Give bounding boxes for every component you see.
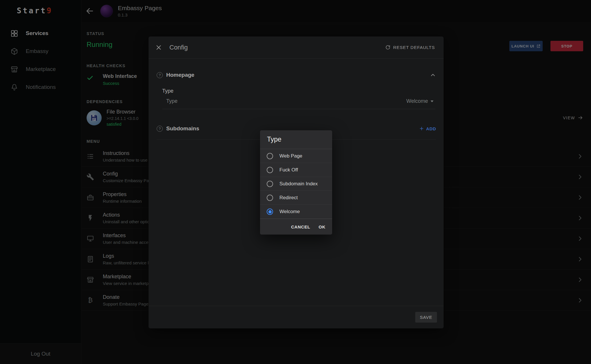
radio-icon xyxy=(267,153,273,159)
type-options-group: Web Page Fuck Off Subdomain Index Redire… xyxy=(260,149,332,219)
type-option-label: Fuck Off xyxy=(279,167,298,173)
type-dialog-buttons: CANCEL OK xyxy=(260,219,332,235)
type-option-label: Redirect xyxy=(279,195,298,201)
type-dialog: Type Web Page Fuck Off Subdomain Index R… xyxy=(260,130,332,235)
type-dialog-title: Type xyxy=(260,130,332,149)
type-option-label: Web Page xyxy=(279,153,302,159)
type-option[interactable]: Redirect xyxy=(260,191,332,205)
ok-button[interactable]: OK xyxy=(319,224,325,229)
app-root: Start9 Services Embassy Marketplace Noti… xyxy=(0,0,591,364)
type-option[interactable]: Welcome xyxy=(260,205,332,219)
type-option[interactable]: Web Page xyxy=(260,149,332,163)
radio-icon xyxy=(267,181,273,187)
cancel-button[interactable]: CANCEL xyxy=(291,224,310,229)
radio-icon xyxy=(267,208,273,215)
type-option-label: Welcome xyxy=(279,209,300,215)
type-option[interactable]: Fuck Off xyxy=(260,163,332,177)
radio-icon xyxy=(267,167,273,173)
type-option-label: Subdomain Index xyxy=(279,181,318,187)
radio-icon xyxy=(267,195,273,201)
type-option[interactable]: Subdomain Index xyxy=(260,177,332,191)
